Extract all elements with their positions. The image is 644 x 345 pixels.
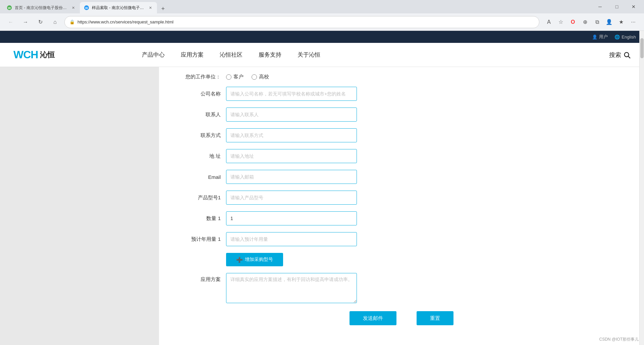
window-controls: ─ □ ✕ xyxy=(592,1,641,12)
radio-customer[interactable]: 客户 xyxy=(226,74,244,80)
address-bar[interactable]: 🔒 https://www.wch.cn/services/request_sa… xyxy=(64,16,539,28)
contact-input[interactable] xyxy=(226,108,357,122)
solution-row: 应用方案 xyxy=(179,273,624,303)
maximize-button[interactable]: □ xyxy=(609,1,625,12)
svg-text:W: W xyxy=(8,6,11,10)
lock-icon: 🔒 xyxy=(69,19,75,24)
annual-usage-label: 预计年用量 1 xyxy=(179,236,226,243)
work-unit-row: 您的工作单位： 客户 高校 xyxy=(179,74,624,80)
company-label: 公司名称 xyxy=(179,91,226,97)
tab-close-1[interactable]: ✕ xyxy=(70,5,76,10)
nav-products[interactable]: 产品中心 xyxy=(142,51,165,59)
contact-method-row: 联系方式 xyxy=(179,128,624,142)
new-tab-button[interactable]: + xyxy=(158,4,168,13)
utility-bar: 👤 用户 🌐 English xyxy=(0,31,644,43)
collections-button[interactable]: ★ xyxy=(616,17,627,27)
work-unit-radio-group: 客户 高校 xyxy=(226,74,269,80)
language-switcher[interactable]: 🌐 English xyxy=(614,34,636,40)
refresh-button[interactable]: ↻ xyxy=(35,17,46,27)
nav-about[interactable]: 关于沁恒 xyxy=(298,51,320,59)
add-model-button[interactable]: ➕ 增加采购型号 xyxy=(226,253,283,266)
user-label: 用户 xyxy=(599,34,608,40)
contact-method-label: 联系方式 xyxy=(179,132,226,139)
watermark: CSDN @IOT那些事儿 xyxy=(599,337,639,342)
browser-chrome: W 首页 - 南京沁恒微电子股份有限公... ✕ W 样品索取 - 南京沁恒微电… xyxy=(0,0,644,31)
radio-university[interactable]: 高校 xyxy=(252,74,269,80)
plus-icon: ➕ xyxy=(236,257,243,263)
toolbar-actions: 𝖠 ☆ O ⊕ ⧉ 👤 ★ ··· xyxy=(543,17,639,27)
product-model-input[interactable] xyxy=(226,191,357,205)
extensions-button[interactable]: ⊕ xyxy=(580,17,590,27)
tab-favicon-2: W xyxy=(84,5,89,10)
search-icon xyxy=(623,51,631,59)
forward-button[interactable]: → xyxy=(20,17,31,27)
email-input[interactable] xyxy=(226,170,357,184)
nav-community[interactable]: 沁恒社区 xyxy=(220,51,243,59)
tab-label-1: 首页 - 南京沁恒微电子股份有限公... xyxy=(15,5,68,11)
svg-line-5 xyxy=(628,56,630,58)
radio-university-label: 高校 xyxy=(259,74,269,80)
address-row: 地 址 xyxy=(179,149,624,163)
work-unit-label: 您的工作单位： xyxy=(179,74,226,80)
browser-tab-2[interactable]: W 样品索取 - 南京沁恒微电子股份有限... ✕ xyxy=(80,2,157,13)
scrollbar-track[interactable] xyxy=(639,31,644,345)
logo-name: 沁恒 xyxy=(40,50,55,60)
opera-button[interactable]: O xyxy=(568,17,578,27)
company-row: 公司名称 xyxy=(179,87,624,101)
logo-wch: WCH xyxy=(13,49,38,61)
back-button[interactable]: ← xyxy=(5,17,16,27)
profile-button[interactable]: 👤 xyxy=(604,17,614,27)
button-row: 发送邮件 重置 xyxy=(179,311,624,325)
browser-toolbar: ← → ↻ ⌂ 🔒 https://www.wch.cn/services/re… xyxy=(0,13,644,31)
submit-button[interactable]: 发送邮件 xyxy=(350,311,396,325)
site-header: WCH 沁恒 产品中心 应用方案 沁恒社区 服务支持 关于沁恒 搜索 xyxy=(0,43,644,67)
tab-favicon-1: W xyxy=(7,5,12,10)
annual-usage-row: 预计年用量 1 xyxy=(179,232,624,246)
split-button[interactable]: ⧉ xyxy=(592,17,602,27)
quantity-label: 数量 1 xyxy=(179,215,226,222)
solution-label: 应用方案 xyxy=(179,273,226,283)
close-button[interactable]: ✕ xyxy=(626,1,641,12)
product-model-row: 产品型号1 xyxy=(179,191,624,205)
user-menu[interactable]: 👤 用户 xyxy=(592,34,608,40)
tab-label-2: 样品索取 - 南京沁恒微电子股份有限... xyxy=(92,5,145,11)
browser-tab-1[interactable]: W 首页 - 南京沁恒微电子股份有限公... ✕ xyxy=(3,2,80,13)
add-btn-row: ➕ 增加采购型号 xyxy=(226,253,624,266)
favorites-button[interactable]: ☆ xyxy=(555,17,566,27)
site-logo[interactable]: WCH 沁恒 xyxy=(13,49,55,61)
radio-university-input[interactable] xyxy=(252,74,257,80)
browser-tabs: W 首页 - 南京沁恒微电子股份有限公... ✕ W 样品索取 - 南京沁恒微电… xyxy=(3,0,168,13)
tab-close-2[interactable]: ✕ xyxy=(148,5,153,10)
sidebar xyxy=(0,67,159,345)
nav-support[interactable]: 服务支持 xyxy=(259,51,281,59)
radio-customer-input[interactable] xyxy=(226,74,231,80)
form-area: 您的工作单位： 客户 高校 公司名称 联系人 联系方式 xyxy=(159,67,644,345)
email-row: Email xyxy=(179,170,624,184)
solution-textarea[interactable] xyxy=(226,273,357,303)
contact-label: 联系人 xyxy=(179,112,226,118)
main-content: 您的工作单位： 客户 高校 公司名称 联系人 联系方式 xyxy=(0,67,644,345)
annual-usage-input[interactable] xyxy=(226,232,357,246)
quantity-input[interactable] xyxy=(226,211,357,225)
address-input[interactable] xyxy=(226,149,357,163)
site-nav: 产品中心 应用方案 沁恒社区 服务支持 关于沁恒 xyxy=(142,51,320,59)
user-icon: 👤 xyxy=(592,34,597,40)
company-input[interactable] xyxy=(226,87,357,101)
quantity-row: 数量 1 xyxy=(179,211,624,225)
home-button[interactable]: ⌂ xyxy=(50,17,60,27)
email-label: Email xyxy=(179,174,226,180)
search-label: 搜索 xyxy=(609,51,621,59)
minimize-button[interactable]: ─ xyxy=(592,1,608,12)
add-model-label: 增加采购型号 xyxy=(245,257,273,263)
language-label: English xyxy=(622,34,636,40)
search-button[interactable]: 搜索 xyxy=(609,51,631,59)
contact-method-input[interactable] xyxy=(226,128,357,142)
address-label: 地 址 xyxy=(179,153,226,159)
more-button[interactable]: ··· xyxy=(628,17,639,27)
svg-text:W: W xyxy=(85,6,88,10)
read-mode-button[interactable]: 𝖠 xyxy=(543,17,554,27)
reset-button[interactable]: 重置 xyxy=(417,311,453,325)
browser-titlebar: W 首页 - 南京沁恒微电子股份有限公... ✕ W 样品索取 - 南京沁恒微电… xyxy=(0,0,644,13)
nav-solutions[interactable]: 应用方案 xyxy=(181,51,204,59)
scrollbar-thumb[interactable] xyxy=(640,38,644,58)
